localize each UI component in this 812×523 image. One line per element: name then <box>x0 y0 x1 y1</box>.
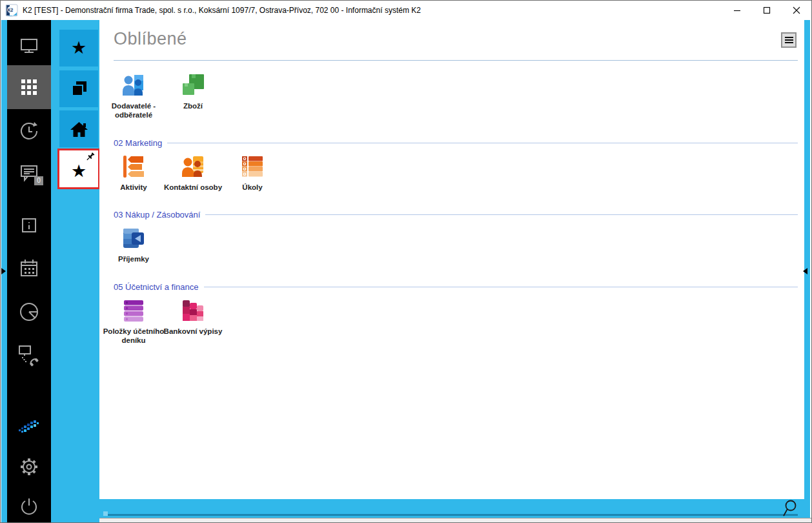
quick-sidebar: ★ ★ <box>51 20 99 522</box>
sidebar-item-reports[interactable] <box>7 299 51 325</box>
quick-item-home[interactable] <box>59 110 98 147</box>
remote-phone-icon <box>17 344 41 368</box>
calendar-icon <box>17 257 41 280</box>
k2-app-icon: K2 <box>5 4 18 17</box>
k2-window: K2 K2 [TEST] - Demonstrační firma Trade,… <box>0 0 812 523</box>
section-label: 02 Marketing <box>114 138 162 148</box>
tile-label: Aktivity <box>100 183 167 192</box>
section-marketing: 02 Marketing Aktivity <box>114 138 798 192</box>
main-sidebar: 0 <box>7 20 51 522</box>
section-finance: 05 Účetnictví a finance Položky <box>114 282 798 345</box>
star-icon: ★ <box>71 39 86 57</box>
section-line <box>167 143 798 143</box>
tile-journal-items[interactable]: Položky účetního deníku <box>104 298 163 345</box>
tile-label: Dodavatelé - odběratelé <box>100 101 167 120</box>
tile-row: Příjemky <box>104 226 798 263</box>
sidebar-item-history[interactable] <box>7 118 51 144</box>
minimize-icon <box>733 6 741 14</box>
receipts-icon <box>121 226 146 251</box>
monitor-icon <box>18 35 40 57</box>
tile-receipts[interactable]: Příjemky <box>104 226 163 263</box>
tile-label: Příjemky <box>100 254 167 263</box>
quick-item-favorites-pinned[interactable]: ★ <box>57 149 100 189</box>
maximize-icon <box>763 6 771 14</box>
quick-item-favorites[interactable]: ★ <box>59 30 98 67</box>
close-button[interactable] <box>782 1 811 20</box>
pages-icon <box>70 80 88 97</box>
tasks-list-icon <box>240 154 265 179</box>
section-purchasing: 03 Nákup / Zásobování Příjemky <box>114 210 798 263</box>
expand-left-arrow-icon[interactable] <box>1 268 6 274</box>
window-controls <box>722 1 811 20</box>
k2-dots-logo <box>16 419 42 435</box>
contact-persons-icon <box>181 154 205 179</box>
tile-label: Kontaktní osoby <box>159 183 227 192</box>
activities-tags-icon <box>121 154 146 179</box>
tile-contact-persons[interactable]: Kontaktní osoby <box>163 154 223 192</box>
bank-statements-icon <box>181 298 205 323</box>
titlebar: K2 K2 [TEST] - Demonstrační firma Trade,… <box>1 1 811 20</box>
svg-text:K2: K2 <box>8 8 14 12</box>
maximize-button[interactable] <box>752 1 782 20</box>
pin-icon <box>86 152 96 162</box>
sidebar-item-info[interactable] <box>7 212 51 238</box>
collapse-right-arrow-icon[interactable] <box>803 268 807 274</box>
tile-tasks[interactable]: Úkoly <box>223 154 282 192</box>
tile-row: Položky účetního deníku Bankovní <box>104 298 798 345</box>
sidebar-item-power[interactable] <box>7 494 51 520</box>
tile-goods[interactable]: Zboží <box>163 73 223 120</box>
messages-badge: 0 <box>34 176 43 185</box>
favorites-page: Oblíbené Dodavatelé - odběratelé <box>99 20 804 499</box>
tile-label: Položky účetního deníku <box>100 327 167 345</box>
sidebar-item-messages[interactable]: 0 <box>7 161 51 187</box>
bottom-resize-line[interactable] <box>103 514 798 516</box>
hamburger-icon <box>785 37 793 38</box>
minimize-button[interactable] <box>722 1 752 20</box>
section-label: 03 Nákup / Zásobování <box>114 210 200 220</box>
section-line <box>205 214 798 215</box>
sidebar-item-k2-brand[interactable] <box>7 414 51 440</box>
section-line <box>204 287 798 287</box>
page-title: Oblíbené <box>114 20 798 49</box>
tile-label: Zboží <box>159 101 227 110</box>
home-icon <box>70 121 88 138</box>
section-label: 05 Účetnictví a finance <box>114 282 199 292</box>
window-title: K2 [TEST] - Demonstrační firma Trade, sp… <box>23 6 421 15</box>
sidebar-item-settings[interactable] <box>7 454 51 480</box>
search-icon[interactable] <box>781 498 798 518</box>
tile-bank-statements[interactable]: Bankovní výpisy <box>163 298 223 345</box>
bottom-status-strip <box>99 518 811 522</box>
info-icon <box>18 214 40 236</box>
journal-items-icon <box>121 298 146 323</box>
pie-chart-icon <box>17 300 41 323</box>
suppliers-customers-icon <box>121 73 146 97</box>
bottom-bar <box>99 499 804 518</box>
goods-boxes-icon <box>181 73 205 97</box>
sidebar-item-desktop[interactable] <box>7 33 51 59</box>
star-icon: ★ <box>71 163 86 180</box>
tile-activities[interactable]: Aktivity <box>104 154 163 192</box>
gear-icon <box>17 455 41 478</box>
page-menu-button[interactable] <box>781 32 797 48</box>
tile-label: Bankovní výpisy <box>159 327 227 336</box>
quick-item-open-windows[interactable] <box>59 70 98 107</box>
tile-row: Dodavatelé - odběratelé Zboží <box>104 73 798 120</box>
title-separator <box>114 60 798 61</box>
tile-label: Úkoly <box>219 183 286 192</box>
apps-grid-icon <box>18 76 40 98</box>
close-icon <box>793 6 800 14</box>
power-icon <box>18 496 40 518</box>
tile-suppliers-customers[interactable]: Dodavatelé - odběratelé <box>104 73 163 120</box>
sidebar-item-modules[interactable] <box>7 65 51 109</box>
sidebar-item-remote-support[interactable] <box>7 343 51 369</box>
sidebar-item-calendar[interactable] <box>7 256 51 282</box>
history-clock-icon <box>17 119 41 143</box>
tile-row: Aktivity Kontaktní osoby <box>104 154 798 192</box>
